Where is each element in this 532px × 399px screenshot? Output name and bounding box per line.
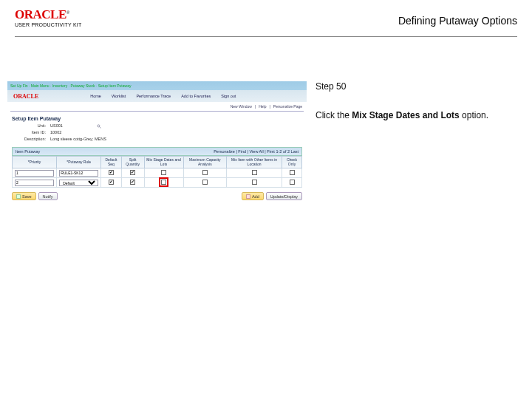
app-screenshot: Set Up Fin · Main Menu · Inventory · Put… [7,81,307,200]
divider [10,111,304,112]
nav-fav[interactable]: Add to Favorites [181,94,211,98]
table-row: Default [13,178,302,188]
table-row [13,168,302,178]
putaway-table: *Priority *Putaway Rule Default Seq Spli… [12,156,302,188]
desc-label: Description: [12,137,46,141]
mix-other-checkbox[interactable] [252,180,257,185]
svg-point-0 [98,125,100,127]
app-subline: New Window| Help| Personalize Page [7,102,307,111]
table-bar-title: Item Putaway [16,149,40,154]
page-title: Defining Putaway Options [398,15,517,27]
svg-line-1 [99,127,100,129]
save-button[interactable]: Save [12,192,36,200]
nav-home[interactable]: Home [90,94,101,98]
priority-input[interactable] [15,170,54,177]
col-rule: *Putaway Rule [57,157,101,168]
default-seq-checkbox[interactable] [109,170,114,175]
col-check-only: Check Only [282,157,302,168]
app-brand: ORACLE [13,93,38,100]
step-label: Step 50 [316,81,519,92]
app-nav-bar: ORACLE Home Worklist Performance Trace A… [7,90,307,102]
save-icon [16,194,21,199]
nav-signout[interactable]: Sign out [221,94,236,98]
col-mix-other: Mix Item with Other Items in Location [227,157,282,168]
unit-value: US001 [50,123,63,128]
split-checkbox[interactable] [130,180,135,185]
logo-tm: ® [66,10,69,15]
sublink-newwindow[interactable]: New Window [231,104,252,109]
item-value: 10002 [50,130,61,134]
oracle-upk-logo: ORACLE® USER PRODUCTIVITY KIT [15,7,81,27]
rule-select[interactable]: Default [59,180,98,186]
mix-other-checkbox[interactable] [252,170,257,175]
app-breadcrumb-bar: Set Up Fin · Main Menu · Inventory · Put… [7,81,307,90]
col-default-seq: Default Seq [101,157,121,168]
add-icon [246,194,250,199]
logo-brand: ORACLE [15,7,66,21]
col-max-cap: Maximum Capacity Analysis [183,157,227,168]
instruction-text: Click the Mix Stage Dates and Lots optio… [316,109,519,121]
search-icon[interactable] [97,124,101,129]
page-header: ORACLE® USER PRODUCTIVITY KIT Defining P… [15,7,517,37]
priority-input[interactable] [15,180,54,186]
table-bar-nav[interactable]: Personalize | Find | View All | First 1-… [214,149,299,154]
setup-title: Setup Item Putaway [12,116,302,121]
mix-stage-checkbox[interactable] [161,170,166,175]
sublink-personalize[interactable]: Personalize Page [273,104,302,109]
notify-button[interactable]: Notify [38,192,58,200]
desc-value: Long sleeve cottg-Grey; MENS [50,137,106,141]
add-label: Add [252,194,259,199]
instruction-post: option. [460,110,488,120]
instruction-bold: Mix Stage Dates and Lots [352,110,459,120]
default-seq-checkbox[interactable] [109,180,114,185]
col-split: Split Quantity [121,157,144,168]
max-cap-checkbox[interactable] [202,170,208,175]
col-priority: *Priority [13,157,57,168]
sublink-help[interactable]: Help [259,104,266,109]
breadcrumb: Set Up Fin · Main Menu · Inventory · Put… [7,83,131,88]
notify-label: Notify [43,194,53,199]
add-button[interactable]: Add [242,192,264,200]
col-mix-stage: Mix Stage Dates and Lots [144,157,183,168]
split-checkbox[interactable] [130,170,135,175]
unit-label: Unit: [12,123,46,128]
update-label: Update/Display [270,194,298,199]
save-label: Save [22,194,32,199]
table-wrap: Item Putaway Personalize | Find | View A… [12,147,302,188]
setup-block: Setup Item Putaway Unit: US001 Item ID: … [7,115,307,144]
logo-subtitle: USER PRODUCTIVITY KIT [15,22,81,27]
nav-links: Home Worklist Performance Trace Add to F… [90,94,236,98]
update-button[interactable]: Update/Display [266,192,302,200]
mix-stage-checkbox[interactable] [161,180,166,185]
check-only-checkbox[interactable] [290,180,295,185]
item-label: Item ID: [12,130,46,134]
footer-buttons: Save Notify Add Update/Display [12,192,302,200]
table-bar: Item Putaway Personalize | Find | View A… [12,147,302,156]
instruction-panel: Step 50 Click the Mix Stage Dates and Lo… [316,81,519,121]
nav-perf[interactable]: Performance Trace [136,94,171,98]
check-only-checkbox[interactable] [290,170,295,175]
rule-input[interactable] [59,170,98,177]
max-cap-checkbox[interactable] [202,180,208,185]
instruction-pre: Click the [316,110,352,120]
nav-worklist[interactable]: Worklist [112,94,126,98]
